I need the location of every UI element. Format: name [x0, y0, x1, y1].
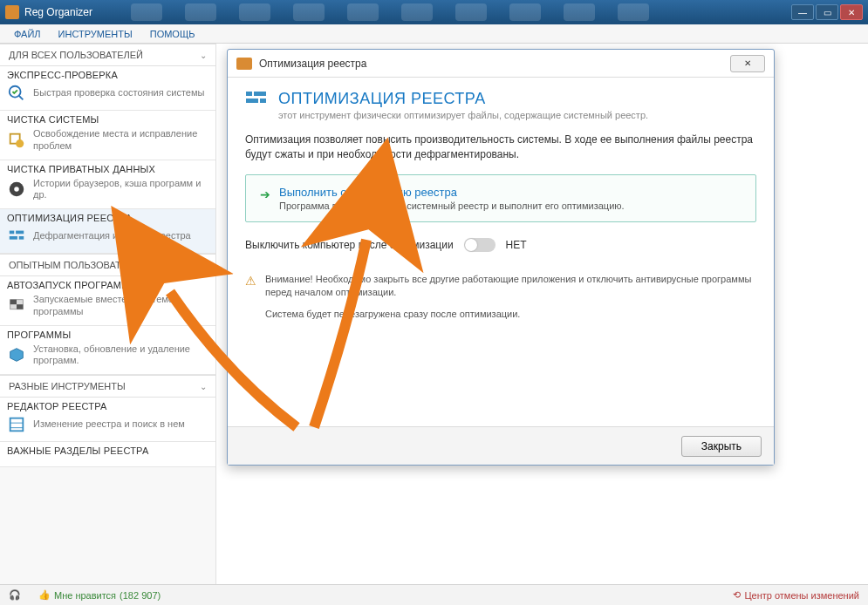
undo-icon: ⟲ [733, 589, 741, 601]
sidebar-group-expert[interactable]: ОПЫТНЫМ ПОЛЬЗОВАТЕЛЯМ ⌄ [0, 254, 215, 276]
registry-optimization-dialog: Оптимизация реестра ✕ ОПТИМИЗАЦИЯ РЕЕСТР… [227, 49, 775, 466]
sidebar-item-subtitle: Установка, обновление и удаление програм… [33, 343, 208, 368]
sidebar-item-subtitle: Быстрая проверка состояния системы [33, 87, 204, 99]
sidebar-item-title: ЧИСТКА ПРИВАТНЫХ ДАННЫХ [7, 164, 208, 174]
sidebar-item-registry-editor[interactable]: РЕДАКТОР РЕЕСТРА Изменение реестра и пои… [0, 398, 215, 442]
sidebar-item-subtitle: Дефрагментация и сжатие реестра [33, 230, 191, 242]
sidebar-item-title: ЧИСТКА СИСТЕМЫ [7, 114, 208, 125]
svg-point-2 [16, 139, 24, 147]
sidebar-group-label: ОПЫТНЫМ ПОЛЬЗОВАТЕЛЯМ [9, 260, 148, 270]
shutdown-toggle[interactable] [464, 238, 496, 252]
svg-rect-17 [246, 99, 258, 103]
sidebar-item-subtitle: Освобождение места и исправление проблем [33, 128, 208, 153]
sidebar-item-title: РЕДАКТОР РЕЕСТРА [7, 401, 208, 411]
warning-text: Внимание! Необходимо закрыть все другие … [265, 273, 756, 300]
sidebar-group-label: ДЛЯ ВСЕХ ПОЛЬЗОВАТЕЛЕЙ [9, 50, 143, 60]
dialog-heading: ОПТИМИЗАЦИЯ РЕЕСТРА [278, 90, 648, 108]
menu-tools[interactable]: ИНСТРУМЕНТЫ [50, 27, 141, 41]
dialog-close-x-button[interactable]: ✕ [730, 55, 765, 72]
sidebar: ДЛЯ ВСЕХ ПОЛЬЗОВАТЕЛЕЙ ⌄ ЭКСПРЕСС-ПРОВЕР… [0, 44, 216, 584]
run-optimization-action[interactable]: ➔ Выполнить оптимизацию реестра Программ… [245, 174, 756, 222]
close-button[interactable]: Закрыть [681, 436, 762, 457]
thumbs-up-icon: 👍 [38, 589, 51, 601]
sidebar-group-misc[interactable]: РАЗНЫЕ ИНСТРУМЕНТЫ ⌄ [0, 375, 215, 398]
flag-icon [7, 296, 26, 316]
dialog-subheading: этот инструмент физически оптимизирует ф… [278, 110, 648, 120]
svg-rect-10 [10, 299, 17, 304]
sidebar-item-title: ВАЖНЫЕ РАЗДЕЛЫ РЕЕСТРА [7, 445, 208, 456]
sidebar-item-title: ЭКСПРЕСС-ПРОВЕРКА [7, 70, 208, 80]
window-close-button[interactable]: ✕ [840, 4, 863, 20]
menubar: ФАЙЛ ИНСТРУМЕНТЫ ПОМОЩЬ [0, 24, 868, 44]
statusbar: 🎧 👍 Мне нравится (182 907) ⟲ Центр отмен… [0, 584, 868, 605]
sidebar-item-important-keys[interactable]: ВАЖНЫЕ РАЗДЕЛЫ РЕЕСТРА [0, 442, 215, 467]
defrag-icon [7, 227, 26, 246]
menu-help[interactable]: ПОМОЩЬ [141, 27, 204, 41]
svg-rect-15 [246, 92, 252, 96]
chevron-down-icon: ⌄ [200, 261, 207, 270]
window-maximize-button[interactable]: ▭ [816, 4, 838, 20]
dialog-description: Оптимизация позволяет повысить производи… [245, 133, 756, 162]
svg-rect-5 [10, 231, 15, 235]
registry-icon [7, 415, 26, 434]
shutdown-toggle-label: Выключить компьютер после оптимизации [245, 239, 454, 251]
defrag-icon [245, 90, 268, 109]
warning-icon: ⚠ [245, 273, 256, 322]
sidebar-item-programs[interactable]: ПРОГРАММЫ Установка, обновление и удален… [0, 326, 215, 376]
arrow-right-icon: ➔ [260, 187, 270, 201]
sidebar-item-subtitle: Истории браузеров, кэша программ и др. [33, 178, 208, 202]
shutdown-toggle-state: НЕТ [506, 239, 527, 251]
svg-rect-11 [17, 304, 23, 309]
svg-rect-12 [10, 418, 24, 432]
sidebar-item-system-cleanup[interactable]: ЧИСТКА СИСТЕМЫ Освобождение места и испр… [0, 111, 215, 160]
dialog-titlebar[interactable]: Оптимизация реестра ✕ [228, 50, 774, 78]
sidebar-item-express-check[interactable]: ЭКСПРЕСС-ПРОВЕРКА Быстрая проверка состо… [0, 66, 215, 111]
app-icon [5, 5, 19, 19]
sidebar-group-all-users[interactable]: ДЛЯ ВСЕХ ПОЛЬЗОВАТЕЛЕЙ ⌄ [0, 44, 215, 66]
svg-rect-8 [19, 236, 24, 240]
svg-rect-16 [254, 92, 266, 96]
sidebar-item-private-data[interactable]: ЧИСТКА ПРИВАТНЫХ ДАННЫХ Истории браузеро… [0, 160, 215, 210]
svg-rect-18 [260, 99, 266, 103]
svg-point-4 [14, 187, 19, 193]
menu-file[interactable]: ФАЙЛ [5, 27, 50, 41]
broom-icon [7, 131, 26, 150]
sidebar-group-label: РАЗНЫЕ ИНСТРУМЕНТЫ [9, 381, 126, 391]
taskbar-background-blur [131, 2, 763, 23]
disc-icon [7, 180, 26, 199]
chevron-down-icon: ⌄ [200, 51, 207, 60]
sidebar-item-title: АВТОЗАПУСК ПРОГРАММ [7, 280, 208, 290]
magnifier-check-icon [7, 84, 26, 103]
box-icon [7, 345, 26, 364]
restart-note: Система будет перезагружена сразу после … [265, 308, 756, 321]
sidebar-item-autorun[interactable]: АВТОЗАПУСК ПРОГРАММ Запускаемые вместе с… [0, 276, 215, 326]
like-button[interactable]: 👍 Мне нравится (182 907) [38, 589, 161, 601]
window-minimize-button[interactable]: — [791, 4, 814, 20]
app-title: Reg Organizer [24, 6, 92, 18]
sidebar-item-title: ПРОГРАММЫ [7, 330, 208, 340]
undo-center-label: Центр отмены изменений [744, 590, 859, 601]
sidebar-item-title: ОПТИМИЗАЦИЯ РЕЕСТРА [7, 213, 208, 223]
svg-rect-6 [16, 231, 24, 235]
action-title: Выполнить оптимизацию реестра [279, 186, 625, 199]
undo-center-link[interactable]: ⟲ Центр отмены изменений [733, 589, 859, 601]
sidebar-item-subtitle: Изменение реестра и поиск в нем [33, 418, 185, 431]
headset-icon[interactable]: 🎧 [9, 589, 21, 601]
like-count: (182 907) [120, 590, 161, 601]
svg-rect-7 [10, 236, 17, 240]
dialog-title-text: Оптимизация реестра [259, 58, 366, 70]
dialog-icon [236, 58, 252, 70]
sidebar-item-registry-optimize[interactable]: ОПТИМИЗАЦИЯ РЕЕСТРА Дефрагментация и сжа… [0, 209, 215, 254]
chevron-down-icon: ⌄ [200, 382, 207, 391]
action-subtitle: Программа проанализирует системный реест… [279, 201, 625, 211]
sidebar-item-subtitle: Запускаемые вместе с системой программы [33, 294, 208, 318]
window-titlebar: Reg Organizer — ▭ ✕ [0, 0, 868, 24]
like-label: Мне нравится [54, 590, 116, 601]
dialog-footer: Закрыть [228, 426, 774, 465]
